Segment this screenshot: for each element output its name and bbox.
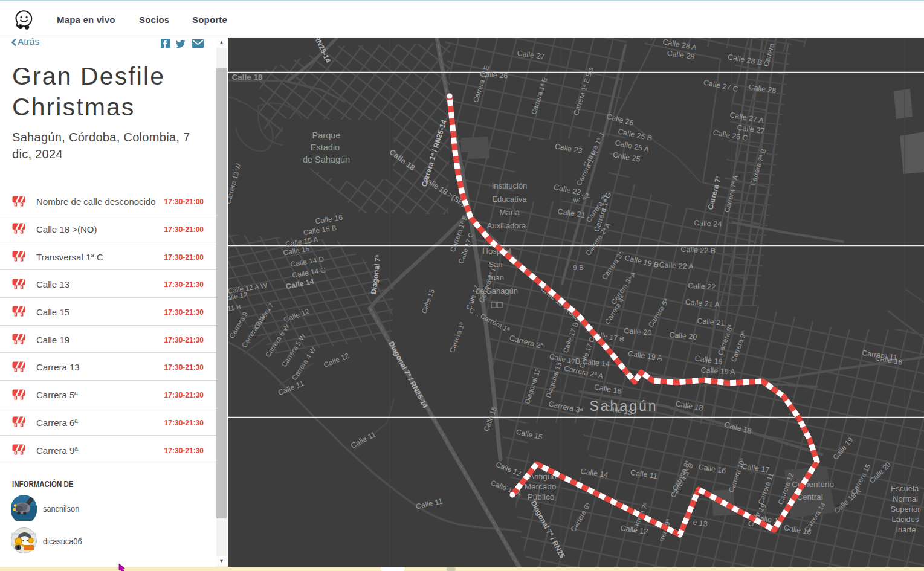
- svg-text:de Sahagún: de Sahagún: [303, 155, 350, 164]
- svg-text:Carrera 7ª A: Carrera 7ª A: [723, 175, 740, 213]
- svg-text:Calle 11: Calle 11: [349, 430, 377, 450]
- svg-text:María: María: [499, 208, 520, 217]
- svg-text:Calle 18: Calle 18: [231, 73, 263, 82]
- svg-text:Superior: Superior: [890, 505, 920, 514]
- svg-text:Calle 12: Calle 12: [322, 351, 350, 369]
- svg-text:Carrera 13 W: Carrera 13 W: [228, 163, 242, 205]
- svg-text:Calle 19: Calle 19: [831, 436, 855, 462]
- svg-text:Carrera 11: Carrera 11: [757, 472, 775, 505]
- svg-text:Calle 22 B: Calle 22 B: [680, 245, 716, 256]
- svg-text:Calle 15 B: Calle 15 B: [303, 224, 337, 237]
- svg-text:Normal: Normal: [893, 494, 918, 503]
- svg-text:Calle 22 A: Calle 22 A: [659, 261, 694, 271]
- svg-text:Auxiliadora: Auxiliadora: [487, 221, 526, 230]
- svg-text:Calle 18: Calle 18: [723, 420, 752, 435]
- svg-text:Calle 14: Calle 14: [580, 467, 609, 479]
- svg-text:Calle 21 A: Calle 21 A: [685, 298, 720, 309]
- svg-text:Carrera 9: Carrera 9: [228, 311, 249, 340]
- svg-text:Calle 19 A: Calle 19 A: [627, 349, 663, 363]
- svg-text:Parque: Parque: [312, 131, 341, 140]
- svg-text:Carrera 1ª E Bis: Carrera 1ª E Bis: [572, 66, 595, 116]
- svg-text:Carrera 1ª: Carrera 1ª: [448, 321, 467, 353]
- svg-text:Educativa: Educativa: [492, 195, 527, 204]
- svg-text:Calle 22: Calle 22: [688, 282, 716, 291]
- svg-text:Mercado: Mercado: [525, 482, 557, 491]
- svg-text:Calle 12: Calle 12: [494, 460, 522, 479]
- svg-text:Carrera 3ª: Carrera 3ª: [601, 250, 625, 281]
- svg-text:Institución: Institución: [492, 181, 528, 190]
- svg-text:Calle 11: Calle 11: [415, 497, 444, 511]
- svg-text:Calle 15: Calle 15: [420, 288, 436, 315]
- svg-text:Público: Público: [528, 492, 554, 502]
- svg-text:Central: Central: [796, 492, 823, 502]
- svg-text:e 13: e 13: [693, 518, 708, 528]
- svg-text:Calle 19 A: Calle 19 A: [700, 366, 735, 376]
- svg-text:Escuela: Escuela: [891, 484, 919, 493]
- svg-text:Calle 24: Calle 24: [694, 219, 722, 228]
- svg-text:Calle 20: Calle 20: [624, 326, 652, 337]
- svg-text:9 B: 9 B: [573, 264, 584, 271]
- svg-text:Diagonal 7ª: Diagonal 7ª: [369, 254, 383, 295]
- svg-text:Calle 14 C: Calle 14 C: [292, 266, 327, 280]
- svg-text:Calle 14: Calle 14: [285, 277, 315, 291]
- svg-text:Carrera 1ª E: Carrera 1ª E: [530, 76, 549, 115]
- svg-text:San: San: [488, 260, 502, 269]
- svg-text:Iriarte: Iriarte: [896, 525, 916, 534]
- svg-text:Calle 16: Calle 16: [315, 213, 344, 226]
- svg-text:Estadio: Estadio: [311, 143, 340, 152]
- svg-text:Lácides: Lácides: [892, 515, 919, 524]
